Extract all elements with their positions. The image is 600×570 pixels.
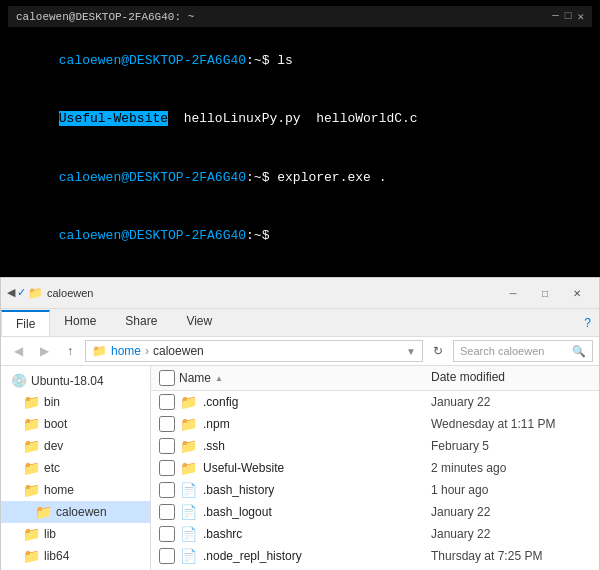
search-icon: 🔍 [572, 345, 586, 358]
file-icon: 📄 [179, 482, 197, 498]
file-checkbox[interactable] [159, 526, 175, 542]
select-all-checkbox[interactable] [159, 370, 175, 386]
file-checkbox[interactable] [159, 394, 175, 410]
nav-item-lib64[interactable]: 📁 lib64 [1, 545, 150, 567]
file-checkbox[interactable] [159, 438, 175, 454]
nav-item-home[interactable]: 📁 home [1, 479, 150, 501]
nav-pane: 💿 Ubuntu-18.04 📁 bin 📁 boot 📁 dev 📁 etc … [1, 366, 151, 570]
search-box[interactable]: Search caloewen 🔍 [453, 340, 593, 362]
file-icon: 📁 [179, 394, 197, 410]
nav-label-home: home [44, 483, 74, 497]
titlebar-left: ◀ ✓ 📁 caloewen [7, 286, 93, 300]
nav-item-bin[interactable]: 📁 bin [1, 391, 150, 413]
titlebar-icons: ◀ ✓ 📁 [7, 286, 43, 300]
terminal-line-2: Useful-Website helloLinuxPy.py helloWorl… [12, 90, 588, 149]
nav-item-ubuntu[interactable]: 💿 Ubuntu-18.04 [1, 370, 150, 391]
file-checkbox[interactable] [159, 482, 175, 498]
nav-label-etc: etc [44, 461, 60, 475]
address-bar: ◀ ▶ ↑ 📁 home › caloewen ▼ ↻ Search caloe… [1, 337, 599, 366]
folder-icon-dev: 📁 [23, 438, 40, 454]
tab-home[interactable]: Home [50, 309, 111, 336]
folder-title-icon: 📁 [28, 286, 43, 300]
nav-label-lib: lib [44, 527, 56, 541]
file-icon: 📄 [179, 504, 197, 520]
file-date: January 22 [431, 527, 591, 541]
path-home: home [111, 344, 141, 358]
close-btn[interactable]: ✕ [561, 282, 593, 304]
minimize-btn[interactable]: ─ [497, 282, 529, 304]
nav-item-etc[interactable]: 📁 etc [1, 457, 150, 479]
terminal-minimize-btn[interactable]: ─ [552, 10, 559, 23]
restore-btn[interactable]: □ [529, 282, 561, 304]
file-date: 2 minutes ago [431, 461, 591, 475]
table-row[interactable]: 📄 .node_repl_history Thursday at 7:25 PM [151, 545, 599, 567]
col-modified-header[interactable]: Date modified [431, 370, 591, 386]
nav-item-boot[interactable]: 📁 boot [1, 413, 150, 435]
folder-icon-home: 📁 [23, 482, 40, 498]
terminal-close-btn[interactable]: ✕ [577, 10, 584, 23]
explorer-titlebar: ◀ ✓ 📁 caloewen ─ □ ✕ [1, 278, 599, 309]
tab-view[interactable]: View [172, 309, 227, 336]
terminal-content: caloewen@DESKTOP-2FA6G40:~$ ls Useful-We… [8, 27, 592, 271]
up-btn[interactable]: ↑ [59, 340, 81, 362]
file-rows-container: 📁 .config January 22 📁 .npm Wednesday at… [151, 391, 599, 570]
file-date: 1 hour ago [431, 483, 591, 497]
path-folder-icon: 📁 [92, 344, 107, 358]
tab-file[interactable]: File [1, 310, 50, 336]
file-checkbox[interactable] [159, 460, 175, 476]
explorer-window-title: caloewen [47, 287, 93, 299]
path-caloewen: caloewen [153, 344, 204, 358]
col-name-header[interactable]: Name ▲ [179, 370, 431, 386]
path-separator: › [145, 344, 149, 358]
folder-icon-caloewen: 📁 [35, 504, 52, 520]
nav-label-ubuntu: Ubuntu-18.04 [31, 374, 104, 388]
table-row[interactable]: 📄 .bashrc January 22 [151, 523, 599, 545]
terminal-prompt-4: caloewen@DESKTOP-2FA6G40 [59, 228, 246, 243]
file-icon: 📄 [179, 526, 197, 542]
explorer-window: ◀ ✓ 📁 caloewen ─ □ ✕ File Home Share Vie… [0, 277, 600, 570]
table-row[interactable]: 📁 .config January 22 [151, 391, 599, 413]
ribbon: File Home Share View ? [1, 309, 599, 337]
checkmark-icon: ✓ [17, 286, 26, 300]
terminal-maximize-btn[interactable]: □ [565, 10, 572, 23]
nav-item-caloewen[interactable]: 📁 caloewen [1, 501, 150, 523]
refresh-btn[interactable]: ↻ [427, 340, 449, 362]
table-row[interactable]: 📄 .bash_logout January 22 [151, 501, 599, 523]
file-icon: 📁 [179, 416, 197, 432]
table-row[interactable]: 📁 .ssh February 5 [151, 435, 599, 457]
folder-icon-lib: 📁 [23, 526, 40, 542]
terminal-window: caloewen@DESKTOP-2FA6G40: ~ ─ □ ✕ caloew… [0, 0, 600, 277]
file-icon: 📄 [179, 548, 197, 564]
back-btn[interactable]: ◀ [7, 340, 29, 362]
file-name: .ssh [203, 439, 225, 453]
path-dropdown-icon[interactable]: ▼ [406, 346, 416, 357]
tab-share[interactable]: Share [111, 309, 172, 336]
nav-label-bin: bin [44, 395, 60, 409]
file-icon: 📁 [179, 438, 197, 454]
table-row[interactable]: 📄 .bash_history 1 hour ago [151, 479, 599, 501]
folder-icon-bin: 📁 [23, 394, 40, 410]
search-placeholder: Search caloewen [460, 345, 544, 357]
window-controls: ─ □ ✕ [497, 282, 593, 304]
nav-item-dev[interactable]: 📁 dev [1, 435, 150, 457]
folder-icon-etc: 📁 [23, 460, 40, 476]
file-date: January 22 [431, 505, 591, 519]
file-checkbox[interactable] [159, 548, 175, 564]
file-checkbox[interactable] [159, 416, 175, 432]
forward-btn[interactable]: ▶ [33, 340, 55, 362]
terminal-titlebar: caloewen@DESKTOP-2FA6G40: ~ ─ □ ✕ [8, 6, 592, 27]
folder-icon-boot: 📁 [23, 416, 40, 432]
terminal-line-1: caloewen@DESKTOP-2FA6G40:~$ ls [12, 31, 588, 90]
file-checkbox[interactable] [159, 504, 175, 520]
terminal-title: caloewen@DESKTOP-2FA6G40: ~ [16, 11, 194, 23]
address-path[interactable]: 📁 home › caloewen ▼ [85, 340, 423, 362]
file-name: .bash_logout [203, 505, 272, 519]
terminal-controls: ─ □ ✕ [552, 10, 584, 23]
file-name: .config [203, 395, 238, 409]
help-btn[interactable]: ? [576, 311, 599, 335]
file-name: Useful-Website [203, 461, 284, 475]
table-row[interactable]: 📁 Useful-Website 2 minutes ago [151, 457, 599, 479]
file-list-header: Name ▲ Date modified [151, 366, 599, 391]
nav-item-lib[interactable]: 📁 lib [1, 523, 150, 545]
table-row[interactable]: 📁 .npm Wednesday at 1:11 PM [151, 413, 599, 435]
